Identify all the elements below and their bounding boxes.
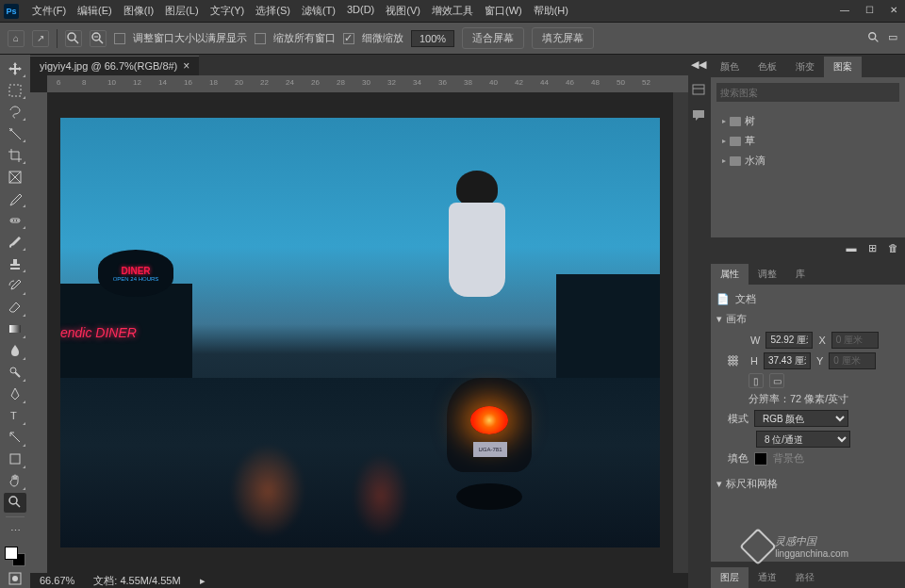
zoom-tool-icon[interactable] [65,30,82,47]
eraser-tool[interactable] [4,298,26,318]
type-tool[interactable]: T [4,406,26,426]
workspace-icon[interactable]: ▭ [888,31,897,46]
bit-depth-select[interactable]: 8 位/通道 [756,431,850,448]
stamp-tool[interactable] [4,253,26,273]
tab-渐变[interactable]: 渐变 [786,57,824,77]
frame-tool[interactable] [4,167,26,187]
tab-调整[interactable]: 调整 [749,264,786,285]
fine-zoom-checkbox[interactable]: 细微缩放 [343,31,403,45]
zoom-status[interactable]: 66.67% [40,575,74,586]
zoom-tool[interactable] [4,493,26,513]
svg-rect-19 [10,454,20,464]
tab-属性[interactable]: 属性 [711,264,749,285]
fit-screen-button[interactable]: 适合屏幕 [462,27,524,49]
canvas-y-input[interactable] [829,352,876,369]
scale-all-checkbox[interactable]: 缩放所有窗口 [255,31,336,45]
menu-文件(F)[interactable]: 文件(F) [26,1,72,21]
tab-通道[interactable]: 通道 [749,567,786,588]
tab-图案[interactable]: 图案 [824,57,862,77]
document-tab[interactable]: yigyiy4.jpg @ 66.7%(RGB/8#) × [30,56,199,75]
doc-info-status[interactable]: 文档: 4.55M/4.55M [93,574,180,588]
crop-tool[interactable] [4,145,26,165]
fill-color-swatch[interactable] [754,452,767,466]
resize-windows-checkbox[interactable]: 调整窗口大小以满屏显示 [114,31,247,45]
brush-tool[interactable] [4,232,26,252]
tab-颜色[interactable]: 颜色 [711,57,749,77]
tab-图层[interactable]: 图层 [711,567,749,588]
menu-图像(I)[interactable]: 图像(I) [118,1,159,21]
svg-line-4 [99,40,103,43]
svg-line-17 [15,372,20,377]
wand-tool[interactable] [4,123,26,143]
svg-line-1 [74,40,78,43]
menu-选择(S)[interactable]: 选择(S) [250,1,296,21]
home-icon[interactable]: ⌂ [8,30,25,47]
collapse-icon[interactable]: ◀◀ [691,58,708,75]
zoom-value-input[interactable]: 100% [411,30,454,47]
close-tab-icon[interactable]: × [183,59,189,73]
edit-toolbar[interactable]: ⋯ [4,521,26,541]
canvas-x-input[interactable] [831,332,879,349]
heal-tool[interactable] [4,210,26,230]
arrow-icon[interactable]: ↗ [32,30,49,47]
landscape-icon[interactable]: ▭ [769,373,784,388]
svg-text:T: T [10,410,17,421]
minimize-button[interactable]: — [837,2,852,17]
menu-视图(V)[interactable]: 视图(V) [380,1,426,21]
svg-point-5 [869,32,876,39]
menu-帮助(H)[interactable]: 帮助(H) [528,1,574,21]
canvas-image[interactable]: DINEROPEN 24 HOURS endic DINER UGA-781 [60,118,660,547]
menu-文字(Y)[interactable]: 文字(Y) [205,1,251,21]
vertical-scrollbar[interactable] [673,92,688,573]
folder-icon[interactable]: ▬ [845,241,858,254]
tab-色板[interactable]: 色板 [749,57,786,77]
new-item-icon[interactable]: ⊞ [865,241,879,254]
search-icon[interactable] [867,31,880,46]
dodge-tool[interactable] [4,363,26,383]
eyedropper-tool[interactable] [4,188,26,208]
lasso-tool[interactable] [4,102,26,122]
canvas-width-input[interactable] [765,332,813,349]
pattern-search-input[interactable] [716,83,899,102]
menu-3D(D)[interactable]: 3D(D) [341,1,380,21]
svg-point-0 [68,33,75,41]
maximize-button[interactable]: ☐ [862,2,877,17]
hand-tool[interactable] [4,471,26,491]
fill-screen-button[interactable]: 填充屏幕 [532,27,594,49]
menu-图层(L)[interactable]: 图层(L) [159,1,204,21]
app-logo: Ps [4,4,19,19]
tab-路径[interactable]: 路径 [786,567,824,588]
gradient-tool[interactable] [4,319,26,339]
color-swatches[interactable] [5,547,25,566]
history-brush-tool[interactable] [4,275,26,295]
svg-point-13 [14,220,16,221]
blur-tool[interactable] [4,341,26,361]
menu-滤镜(T)[interactable]: 滤镜(T) [296,1,341,21]
tree-item[interactable]: ▸树 [716,111,899,131]
menu-编辑(E)[interactable]: 编辑(E) [72,1,118,21]
menu-增效工具[interactable]: 增效工具 [426,1,479,21]
path-tool[interactable] [4,428,26,448]
trash-icon[interactable]: 🗑 [886,241,899,254]
link-icon[interactable]: 𐄳 [728,355,745,367]
svg-rect-7 [9,85,21,96]
move-tool[interactable] [4,58,26,78]
marquee-tool[interactable] [4,80,26,100]
close-button[interactable]: ✕ [886,2,901,17]
history-panel-icon[interactable] [691,83,708,100]
portrait-icon[interactable]: ▯ [749,373,764,388]
tree-item[interactable]: ▸水滴 [716,151,899,171]
vertical-ruler[interactable] [30,92,47,573]
quickmask-tool[interactable] [4,568,26,588]
color-mode-select[interactable]: RGB 颜色 [754,410,848,427]
tree-item[interactable]: ▸草 [716,131,899,151]
tab-库[interactable]: 库 [786,264,814,285]
comment-panel-icon[interactable] [691,107,708,124]
svg-rect-24 [693,85,704,94]
horizontal-ruler[interactable]: 6810121416182022242628303234363840424446… [47,75,688,92]
canvas-height-input[interactable] [764,352,811,369]
pen-tool[interactable] [4,384,26,404]
menu-窗口(W)[interactable]: 窗口(W) [479,1,528,21]
shape-tool[interactable] [4,449,26,469]
zoom-out-icon[interactable] [90,30,107,47]
